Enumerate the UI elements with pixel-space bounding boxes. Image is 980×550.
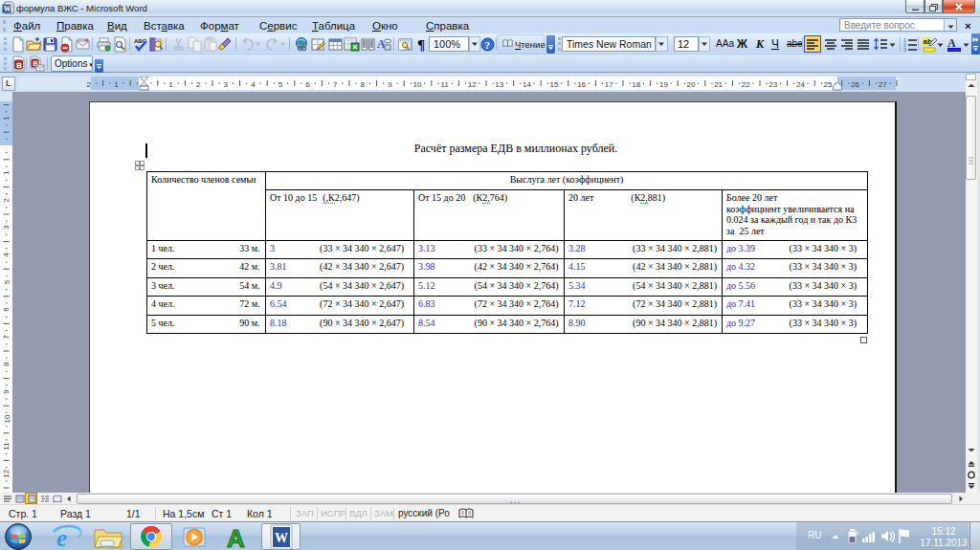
svg-text:2: 2 — [3, 197, 11, 202]
svg-text:1: 1 — [168, 80, 173, 89]
svg-text:9: 9 — [3, 389, 11, 394]
svg-text:22: 22 — [742, 80, 750, 89]
svg-text:19: 19 — [659, 80, 668, 89]
svg-text:4: 4 — [3, 253, 11, 257]
svg-text:2: 2 — [196, 80, 201, 89]
svg-text:13: 13 — [495, 80, 503, 89]
svg-text:6: 6 — [3, 307, 11, 312]
svg-text:23: 23 — [768, 80, 777, 89]
svg-text:7: 7 — [3, 334, 11, 339]
svg-text:11: 11 — [440, 80, 449, 89]
svg-text:¶: ¶ — [417, 37, 425, 53]
svg-text:3: 3 — [3, 225, 11, 230]
svg-text:2: 2 — [87, 80, 92, 89]
svg-text:5: 5 — [278, 80, 283, 89]
svg-text:12: 12 — [3, 469, 11, 477]
svg-text:8: 8 — [361, 80, 366, 89]
svg-text:A: A — [227, 524, 245, 550]
svg-text:?: ? — [485, 39, 491, 51]
svg-text:9: 9 — [388, 80, 392, 89]
svg-text:3: 3 — [224, 80, 229, 89]
svg-text:24: 24 — [796, 80, 805, 89]
svg-text:W: W — [275, 531, 288, 545]
svg-text:27: 27 — [879, 80, 887, 89]
svg-text:1: 1 — [3, 116, 11, 121]
svg-text:10: 10 — [413, 80, 422, 89]
svg-text:6: 6 — [305, 80, 310, 89]
svg-text:14: 14 — [523, 80, 531, 89]
svg-text:B: B — [16, 61, 22, 70]
svg-text:12: 12 — [468, 80, 477, 89]
svg-text:1: 1 — [3, 170, 11, 175]
svg-text:5: 5 — [3, 279, 11, 284]
svg-text:20: 20 — [687, 80, 696, 89]
svg-text:11: 11 — [3, 442, 11, 451]
svg-text:4: 4 — [251, 80, 256, 89]
svg-text:18: 18 — [632, 80, 640, 89]
svg-text:3: 3 — [903, 47, 906, 53]
svg-text:15: 15 — [550, 80, 559, 89]
svg-text:10: 10 — [3, 414, 11, 423]
svg-text:21: 21 — [714, 80, 723, 89]
svg-text:7: 7 — [333, 80, 338, 89]
svg-text:W: W — [4, 5, 11, 13]
svg-text:26: 26 — [851, 80, 859, 89]
svg-text:1: 1 — [114, 80, 119, 89]
svg-text:25: 25 — [824, 80, 833, 89]
svg-text:16: 16 — [577, 80, 586, 89]
svg-text:17: 17 — [605, 80, 613, 89]
svg-text:8: 8 — [3, 362, 11, 366]
